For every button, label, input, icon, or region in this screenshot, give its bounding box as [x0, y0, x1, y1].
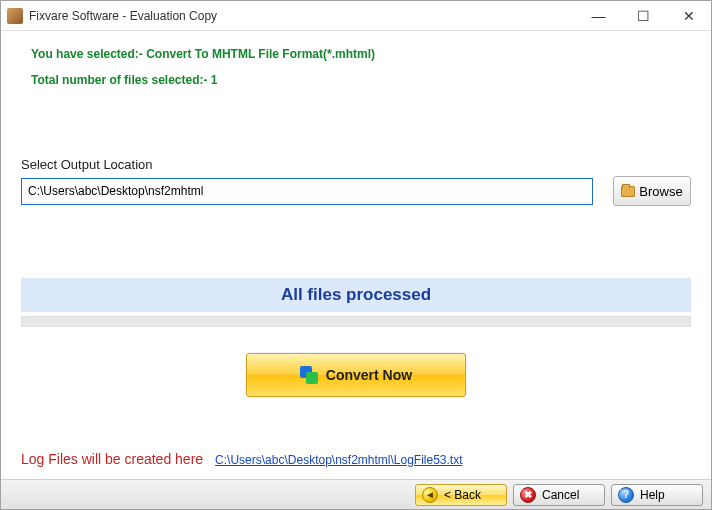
- app-window: Fixvare Software - Evaluation Copy — ☐ ✕…: [0, 0, 712, 510]
- convert-now-button[interactable]: Convert Now: [246, 353, 466, 397]
- output-location-label: Select Output Location: [21, 157, 691, 172]
- output-path-input[interactable]: [21, 178, 593, 205]
- cancel-icon: ✖: [520, 487, 536, 503]
- maximize-button[interactable]: ☐: [621, 1, 666, 30]
- window-title: Fixvare Software - Evaluation Copy: [29, 9, 576, 23]
- file-count-info: Total number of files selected:- 1: [31, 73, 691, 87]
- window-controls: — ☐ ✕: [576, 1, 711, 30]
- cancel-label: Cancel: [542, 488, 579, 502]
- selection-info: You have selected:- Convert To MHTML Fil…: [31, 47, 691, 61]
- cancel-button[interactable]: ✖ Cancel: [513, 484, 605, 506]
- help-icon: ?: [618, 487, 634, 503]
- log-info: Log Files will be created here C:\Users\…: [21, 451, 463, 467]
- help-label: Help: [640, 488, 665, 502]
- folder-icon: [621, 186, 635, 197]
- output-row: Browse: [21, 176, 691, 206]
- browse-button[interactable]: Browse: [613, 176, 691, 206]
- help-button[interactable]: ? Help: [611, 484, 703, 506]
- back-arrow-icon: ◄: [422, 487, 438, 503]
- close-button[interactable]: ✕: [666, 1, 711, 30]
- log-file-link[interactable]: C:\Users\abc\Desktop\nsf2mhtml\LogFile53…: [215, 453, 462, 467]
- back-label: < Back: [444, 488, 481, 502]
- progress-bar: [21, 316, 691, 327]
- title-bar: Fixvare Software - Evaluation Copy — ☐ ✕: [1, 1, 711, 31]
- convert-icon: [300, 366, 318, 384]
- minimize-button[interactable]: —: [576, 1, 621, 30]
- footer-bar: ◄ < Back ✖ Cancel ? Help: [1, 479, 711, 509]
- content-area: You have selected:- Convert To MHTML Fil…: [1, 31, 711, 479]
- status-message: All files processed: [21, 278, 691, 312]
- app-icon: [7, 8, 23, 24]
- back-button[interactable]: ◄ < Back: [415, 484, 507, 506]
- log-label: Log Files will be created here: [21, 451, 203, 467]
- browse-label: Browse: [639, 184, 682, 199]
- convert-label: Convert Now: [326, 367, 412, 383]
